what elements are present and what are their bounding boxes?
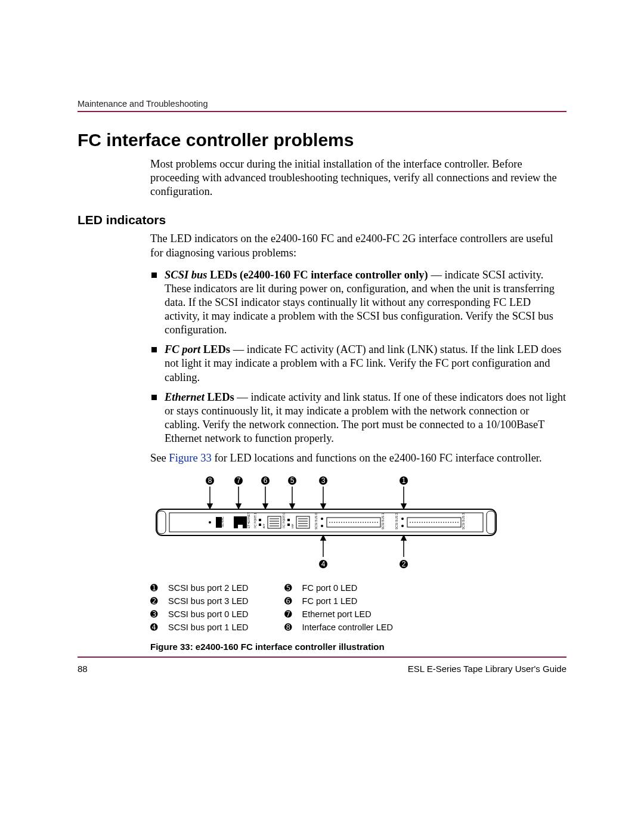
body: Most problems occur during the initial i… (150, 157, 566, 199)
figure-xref[interactable]: Figure 33 (169, 452, 211, 464)
label-lnk0: LNK (291, 524, 294, 528)
see-post: for LED locations and functions on the e… (212, 452, 542, 464)
label-scsi2: SCSI BUS 2 (395, 513, 398, 530)
label-fc1: FC PORT 1 (253, 513, 257, 528)
top-label-1: 1 (402, 476, 406, 485)
svg-marker-9 (236, 504, 241, 509)
running-head: Maintenance and Troubleshooting (78, 99, 566, 109)
section-title: FC interface controller problems (78, 130, 566, 150)
label-ethernet: ETHERNET (247, 512, 250, 528)
legend-7: Ethernet port LED (302, 609, 393, 619)
legend-col-left: ➊SCSI bus port 2 LED ➋SCSI bus port 3 LE… (150, 583, 249, 632)
ding-2: ➋ (150, 596, 163, 606)
footer-rule (78, 657, 566, 658)
page-number: 88 (78, 664, 88, 674)
svg-point-44 (401, 518, 404, 520)
controller-diagram: 8 7 6 5 3 1 (150, 473, 502, 575)
ding-1: ➊ (150, 583, 163, 593)
top-label-8: 8 (208, 476, 212, 485)
svg-rect-34 (287, 524, 290, 526)
top-label-3: 3 (321, 476, 326, 485)
svg-marker-17 (401, 504, 406, 509)
bullet-eth-lead-b: LEDs (205, 391, 234, 403)
label-serial: SERIAL (221, 516, 224, 527)
svg-rect-28 (268, 516, 281, 528)
led-para1: The LED indicators on the e2400-160 FC a… (150, 232, 566, 259)
svg-point-40 (321, 518, 323, 520)
label-scsi0: SCSI BUS 0 (314, 513, 318, 530)
ding-3: ➌ (150, 609, 163, 619)
legend-col-right: ➎FC port 0 LED ➏FC port 1 LED ➐Ethernet … (284, 583, 393, 632)
led-heading: LED indicators (78, 213, 566, 227)
svg-marker-51 (401, 535, 406, 540)
bullet-scsi: SCSI bus LEDs (e2400-160 FC interface co… (150, 268, 566, 337)
svg-point-41 (321, 525, 323, 527)
svg-marker-7 (208, 504, 212, 509)
svg-rect-33 (287, 519, 290, 521)
page: Maintenance and Troubleshooting FC inter… (0, 0, 644, 833)
svg-marker-13 (290, 504, 295, 509)
label-fc0: FC PORT 0 (282, 513, 286, 528)
led-body: The LED indicators on the e2400-160 FC a… (150, 232, 566, 465)
legend-5: FC port 0 LED (302, 583, 393, 593)
bullet-eth: Ethernet LEDs — indicate activity and li… (150, 391, 566, 446)
legend-6: FC port 1 LED (302, 596, 393, 606)
svg-rect-26 (259, 519, 261, 521)
svg-point-45 (401, 525, 404, 527)
svg-marker-11 (263, 504, 268, 509)
bullet-fc-lead-bi: FC port (165, 343, 200, 355)
top-label-7: 7 (237, 476, 241, 485)
legend-2: SCSI bus port 3 LED (168, 596, 249, 606)
ding-4: ➍ (150, 623, 163, 632)
svg-rect-25 (238, 525, 243, 528)
ding-8: ➑ (284, 623, 298, 632)
ding-5: ➎ (284, 583, 298, 593)
label-scsi3: SCSI BUS 3 (462, 513, 465, 530)
label-scsi1: SCSI BUS 1 (381, 513, 385, 530)
see-figure: See Figure 33 for LED locations and func… (150, 451, 566, 465)
legend: ➊SCSI bus port 2 LED ➋SCSI bus port 3 LE… (150, 583, 566, 632)
bot-label-4: 4 (321, 560, 326, 568)
bullet-fc-lead-b: LEDs (200, 343, 230, 355)
intro-para: Most problems occur during the initial i… (150, 157, 566, 199)
ding-7: ➐ (284, 609, 298, 619)
svg-rect-27 (259, 524, 261, 526)
figure-33: 8 7 6 5 3 1 (150, 473, 566, 652)
page-footer: 88 ESL E-Series Tape Library User's Guid… (78, 664, 566, 674)
svg-marker-15 (321, 504, 326, 509)
svg-rect-35 (296, 516, 309, 528)
svg-marker-49 (321, 535, 326, 540)
top-label-5: 5 (290, 476, 295, 485)
ding-6: ➏ (284, 596, 298, 606)
header-rule (78, 111, 566, 112)
svg-point-22 (209, 521, 211, 524)
bullet-scsi-lead-b: LEDs (e2400-160 FC interface controller … (207, 269, 428, 281)
legend-8: Interface controller LED (302, 623, 393, 632)
legend-3: SCSI bus port 0 LED (168, 609, 249, 619)
doc-title: ESL E-Series Tape Library User's Guide (408, 664, 566, 674)
bullet-eth-lead-bi: Ethernet (165, 391, 205, 403)
figure-caption: Figure 33: e2400-160 FC interface contro… (150, 642, 566, 652)
svg-rect-19 (157, 511, 166, 534)
see-pre: See (150, 452, 169, 464)
legend-4: SCSI bus port 1 LED (168, 623, 249, 632)
top-label-6: 6 (264, 476, 268, 485)
bullet-fc: FC port LEDs — indicate FC activity (ACT… (150, 343, 566, 384)
svg-rect-20 (487, 511, 495, 534)
legend-1: SCSI bus port 2 LED (168, 583, 249, 593)
bot-label-2: 2 (402, 560, 406, 568)
label-act1: ACT (262, 524, 265, 529)
bullet-scsi-lead-bi: SCSI bus (165, 269, 207, 281)
led-bullets: SCSI bus LEDs (e2400-160 FC interface co… (150, 268, 566, 446)
